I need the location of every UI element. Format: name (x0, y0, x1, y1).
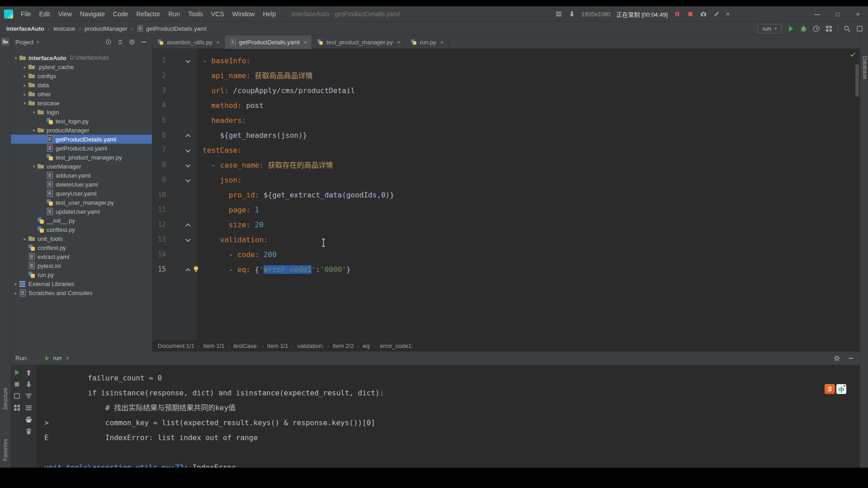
recorder-arrow-icon[interactable] (568, 10, 576, 18)
tree-item-conftest.py[interactable]: conftest.py (11, 225, 152, 234)
chevron-down-icon[interactable]: ▾ (31, 128, 37, 133)
menu-file[interactable]: File (17, 6, 35, 22)
close-tab-icon[interactable]: × (216, 39, 220, 46)
code-line-1[interactable]: 1- baseInfo: (152, 53, 860, 68)
menu-tools[interactable]: Tools (184, 6, 207, 22)
chevron-down-icon[interactable]: ▾ (31, 110, 37, 115)
code-line-12[interactable]: 12 size: 20 (152, 217, 860, 232)
code-line-8[interactable]: 8 - case_name: 获取存在的商品详情 (152, 158, 860, 173)
up-icon[interactable] (25, 369, 33, 376)
search-icon[interactable] (843, 25, 851, 33)
tree-item-__init__.py[interactable]: __init__.py (11, 216, 152, 225)
ime-language-icon[interactable]: 中 (836, 384, 846, 394)
fold-down-icon[interactable] (186, 163, 190, 168)
tree-item-other[interactable]: ▸other (11, 89, 152, 99)
menu-help[interactable]: Help (259, 6, 280, 22)
breadcrumb-item[interactable]: testcase (53, 25, 75, 32)
printer-icon[interactable] (25, 416, 33, 423)
fold-down-icon[interactable] (186, 59, 190, 63)
breadcrumb-item[interactable]: getProductDetails.yaml (137, 25, 207, 32)
tree-item-interfaceauto[interactable]: ▾interfaceAutoD:\interfaceAuto (11, 53, 152, 62)
run-icon[interactable] (787, 25, 795, 33)
editor-breadcrumb-item[interactable]: Item 1/1 (203, 343, 225, 349)
chevron-down-icon[interactable]: ▾ (13, 56, 19, 61)
favorites-tool-button[interactable]: Favorites (2, 439, 9, 461)
editor-breadcrumb-item[interactable]: Item 2/2 (333, 343, 354, 349)
down-icon[interactable] (25, 380, 33, 388)
tree-item-updateuser.yaml[interactable]: updateUser.yaml (11, 207, 152, 216)
editor[interactable]: 1- baseInfo:2 api_name: 获取商品商品详情3 url: /… (152, 49, 860, 340)
code-line-6[interactable]: 6 ${get_headers(json)} (152, 128, 860, 143)
recorder-pause-icon[interactable] (674, 10, 681, 18)
menu-run[interactable]: Run (164, 6, 184, 22)
tree-item-deleteuser.yaml[interactable]: deleteUser.yaml (11, 180, 152, 189)
tab-run.py[interactable]: run.py× (406, 35, 449, 49)
editor-breadcrumb-item[interactable]: error_code1: (380, 343, 413, 349)
maximize-button[interactable]: □ (827, 6, 848, 22)
tree-item-external-libraries[interactable]: ▸External Libraries (11, 279, 152, 288)
rerun-icon[interactable] (13, 369, 21, 376)
code-line-4[interactable]: 4 method: post (152, 98, 860, 113)
chevron-right-icon[interactable]: ▸ (22, 74, 28, 79)
chevron-right-icon[interactable]: ▸ (22, 83, 28, 88)
chevron-right-icon[interactable]: ▸ (22, 236, 28, 241)
tree-item-scratches-and-consoles[interactable]: ▸Scratches and Consoles (11, 288, 152, 297)
hide-panel-icon[interactable] (847, 355, 854, 362)
structure-tool-button[interactable]: Structure (2, 388, 9, 410)
database-tool-button[interactable]: Database (862, 56, 868, 79)
tree-item-queryuser.yaml[interactable]: queryUser.yaml (11, 189, 152, 198)
tree-item-login[interactable]: ▾login (11, 108, 152, 117)
code-line-2[interactable]: 2 api_name: 获取商品商品详情 (152, 68, 860, 83)
recorder-camera-icon[interactable] (700, 10, 707, 18)
intention-bulb-icon[interactable] (192, 265, 200, 273)
editor-breadcrumb-item[interactable]: Document 1/1 (158, 343, 194, 349)
run-config-selector[interactable]: run ▾ (757, 24, 782, 33)
editor-breadcrumb-item[interactable]: testCase: (233, 343, 258, 349)
tree-item-run.py[interactable]: run.py (11, 270, 152, 279)
tab-getproductdetails.yaml[interactable]: getProductDetails.yaml× (225, 35, 312, 49)
tree-item-data[interactable]: ▸data (11, 80, 152, 89)
breadcrumb-item[interactable]: interfaceAuto (6, 25, 44, 32)
code-line-3[interactable]: 3 url: /coupApply/cms/productDetail (152, 83, 860, 98)
code-line-11[interactable]: 11 page: 1 (152, 202, 860, 217)
menu-edit[interactable]: Edit (35, 6, 54, 22)
sogou-logo-icon[interactable]: S (825, 384, 835, 394)
collapse-all-icon[interactable] (117, 38, 124, 46)
tree-item-test_user_manager.py[interactable]: test_user_manager.py (11, 198, 152, 207)
recorder-menu-icon[interactable] (555, 10, 562, 18)
project-tool-button[interactable] (1, 38, 9, 46)
fold-up-icon[interactable] (186, 223, 190, 227)
sogou-ime-badge[interactable]: S 中 (825, 384, 846, 394)
run-tab[interactable]: run × (40, 352, 72, 365)
code-line-14[interactable]: 14 - code: 200 (152, 247, 860, 262)
recorder-pencil-icon[interactable] (713, 10, 720, 18)
editor-breadcrumb-item[interactable]: validation: (297, 343, 324, 349)
menu-vcs[interactable]: VCS (207, 6, 228, 22)
chevron-right-icon[interactable]: ▸ (13, 291, 19, 296)
code-line-10[interactable]: 10 pro_id: ${get_extract_data(goodIds,0)… (152, 188, 860, 202)
close-tab-icon[interactable]: × (66, 355, 69, 361)
code-line-9[interactable]: 9 json: (152, 173, 860, 188)
chevron-down-icon[interactable]: ▾ (31, 164, 37, 169)
fold-up-icon[interactable] (186, 133, 190, 138)
tree-item-extract.yaml[interactable]: extract.yaml (11, 252, 152, 261)
tree-item-configs[interactable]: ▸configs (11, 71, 152, 80)
recorder-close-icon[interactable]: × (726, 10, 730, 18)
stacktrace-link[interactable]: unit_tools\assertion_utils.py:72 (44, 463, 184, 468)
menu-window[interactable]: Window (228, 6, 259, 22)
tab-assertion_utils.py[interactable]: assertion_utils.py× (152, 35, 225, 49)
tab-test_product_manager.py[interactable]: test_product_manager.py× (312, 35, 405, 49)
inspections-ok-icon[interactable] (849, 51, 856, 58)
code-line-13[interactable]: 13 validation: (152, 232, 860, 247)
box-icon[interactable] (13, 392, 21, 400)
tree-item-usermanager[interactable]: ▾userManager (11, 162, 152, 171)
tree-item-unit_tools[interactable]: ▸unit_tools (11, 234, 152, 243)
fold-down-icon[interactable] (186, 148, 190, 153)
menu-view[interactable]: View (54, 6, 76, 22)
profiler-icon[interactable] (812, 25, 820, 33)
menu-code[interactable]: Code (109, 6, 132, 22)
chevron-down-icon[interactable]: ▾ (22, 101, 28, 106)
menu-navigate[interactable]: Navigate (76, 6, 109, 22)
trash-icon[interactable] (25, 427, 33, 435)
tree-item-adduser.yaml[interactable]: adduser.yaml (11, 171, 152, 180)
